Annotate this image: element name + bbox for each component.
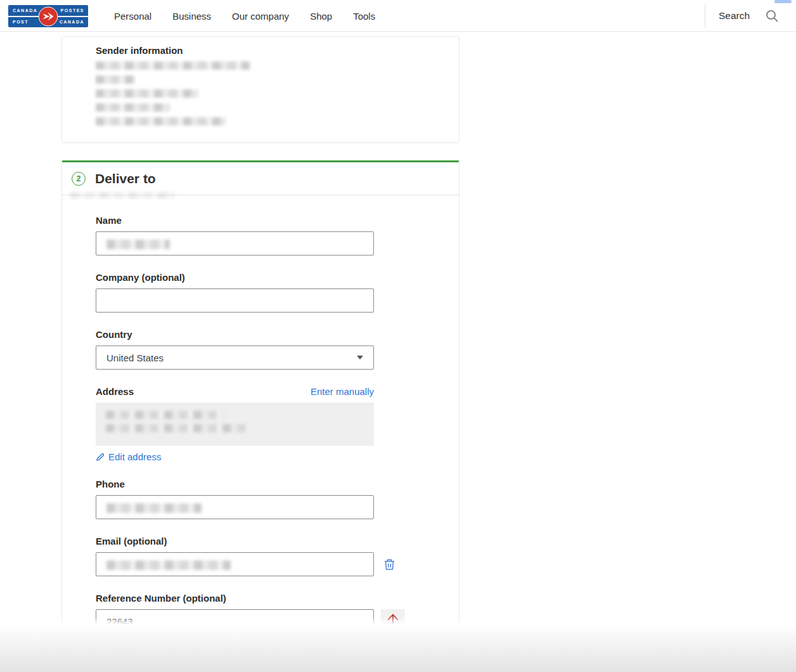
country-field-group: Country United States bbox=[96, 329, 459, 370]
redacted-text bbox=[96, 103, 170, 112]
deliver-to-form: Name Company (optional) Country United S… bbox=[62, 195, 459, 633]
edit-address-link[interactable]: Edit address bbox=[108, 451, 161, 462]
name-input[interactable] bbox=[96, 231, 374, 255]
nav-item-personal[interactable]: Personal bbox=[114, 11, 151, 22]
redacted-text bbox=[96, 89, 198, 98]
deliver-to-title: Deliver to bbox=[95, 171, 156, 186]
edit-address-row: Edit address bbox=[96, 451, 459, 462]
logo-text-post: POST bbox=[13, 20, 29, 24]
redacted-text bbox=[106, 560, 231, 570]
redacted-text bbox=[106, 424, 250, 432]
deliver-to-header: 2 Deliver to bbox=[62, 162, 459, 195]
email-field-group: Email (optional) bbox=[96, 536, 459, 576]
sender-redacted-details bbox=[96, 61, 459, 126]
reference-number-label: Reference Number (optional) bbox=[96, 593, 459, 604]
redacted-text bbox=[70, 192, 175, 198]
company-label: Company (optional) bbox=[96, 272, 459, 283]
name-field-group: Name bbox=[96, 215, 459, 255]
reference-number-input[interactable] bbox=[96, 609, 374, 633]
redacted-text bbox=[96, 75, 135, 84]
enter-manually-link[interactable]: Enter manually bbox=[311, 386, 374, 397]
company-input[interactable] bbox=[96, 288, 374, 313]
phone-field-group: Phone bbox=[96, 479, 459, 519]
logo-text-canada: CANADA bbox=[13, 8, 37, 13]
redacted-text bbox=[106, 240, 170, 249]
phone-label: Phone bbox=[96, 479, 459, 489]
redacted-text bbox=[96, 117, 226, 126]
redacted-text bbox=[106, 411, 223, 419]
deliver-to-card: 2 Deliver to Name Company (optional) Cou… bbox=[61, 160, 459, 624]
scrollbar-fragment bbox=[774, 0, 792, 3]
country-label: Country bbox=[96, 329, 459, 340]
delete-email-button[interactable] bbox=[384, 559, 395, 571]
name-label: Name bbox=[96, 215, 459, 226]
redacted-text bbox=[106, 503, 202, 513]
logo-text-canada-fr: CANADA bbox=[60, 20, 84, 24]
email-input[interactable] bbox=[96, 552, 374, 576]
email-label: Email (optional) bbox=[96, 536, 459, 546]
wing-emblem-icon bbox=[39, 6, 58, 26]
header-divider bbox=[705, 4, 705, 28]
country-selected-value: United States bbox=[106, 352, 164, 363]
address-field-group: Address Enter manually Edit address bbox=[96, 386, 459, 462]
search-label[interactable]: Search bbox=[719, 10, 750, 22]
site-header: CANADA POST POSTES CANADA Personal Busin… bbox=[0, 0, 796, 32]
scroll-to-top-button[interactable] bbox=[381, 609, 405, 633]
chevron-down-icon bbox=[357, 356, 363, 359]
logo-text-postes: POSTES bbox=[61, 8, 84, 13]
nav-item-shop[interactable]: Shop bbox=[310, 11, 332, 22]
nav-item-tools[interactable]: Tools bbox=[353, 11, 375, 22]
country-select[interactable]: United States bbox=[96, 346, 374, 370]
address-label: Address bbox=[96, 386, 134, 397]
reference-field-group: Reference Number (optional) bbox=[96, 593, 459, 633]
step-number-badge: 2 bbox=[72, 172, 86, 186]
address-display-box bbox=[96, 403, 374, 446]
search-icon[interactable] bbox=[765, 9, 779, 25]
phone-input[interactable] bbox=[96, 495, 374, 519]
redacted-text bbox=[96, 61, 250, 70]
sender-information-title: Sender information bbox=[96, 45, 459, 56]
canada-post-logo[interactable]: CANADA POST POSTES CANADA bbox=[8, 5, 88, 27]
nav-item-business[interactable]: Business bbox=[172, 11, 211, 22]
pencil-icon bbox=[96, 453, 105, 462]
nav-item-our-company[interactable]: Our company bbox=[232, 11, 289, 22]
main-nav: Personal Business Our company Shop Tools bbox=[114, 0, 375, 32]
sender-information-card: Sender information bbox=[61, 36, 459, 143]
company-field-group: Company (optional) bbox=[96, 272, 459, 313]
